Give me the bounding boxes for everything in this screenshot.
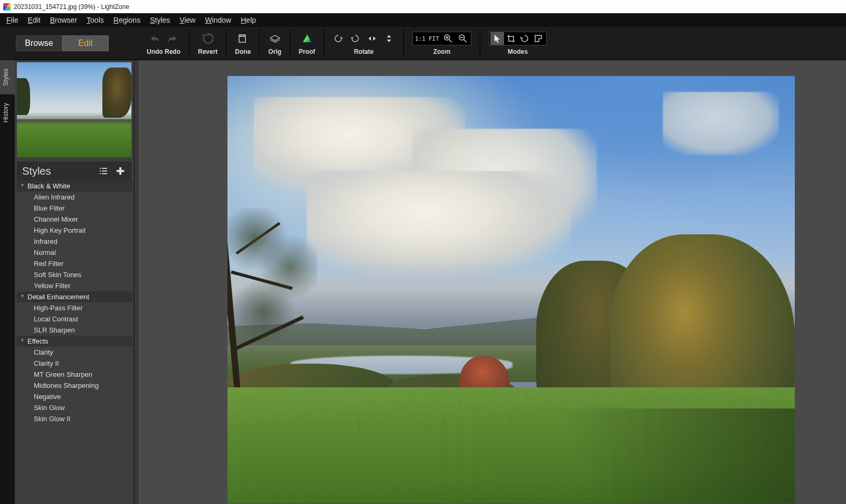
revert-label: Revert xyxy=(198,48,217,55)
revert-icon[interactable] xyxy=(202,33,214,44)
group-modes: Modes xyxy=(482,27,553,60)
style-item[interactable]: Soft Skin Tones xyxy=(17,269,132,280)
proof-icon[interactable] xyxy=(301,33,313,44)
undo-redo-label: Undo Redo xyxy=(147,48,180,55)
side-tabs: Styles History xyxy=(0,60,15,504)
menu-regions[interactable]: Regions xyxy=(109,14,145,26)
main-area: Styles History Styles Black & WhiteAlien… xyxy=(0,60,846,504)
flip-vertical-icon[interactable] xyxy=(383,33,395,44)
styles-header: Styles xyxy=(17,161,131,180)
menu-view[interactable]: View xyxy=(175,14,199,26)
group-revert: Revert xyxy=(192,27,224,60)
modes-label: Modes xyxy=(508,48,528,55)
mode-rotate-icon[interactable] xyxy=(518,32,531,45)
style-item[interactable]: Infrared xyxy=(17,236,132,247)
undo-icon[interactable] xyxy=(149,33,161,44)
style-item[interactable]: Midtones Sharpening xyxy=(17,380,132,391)
menu-edit[interactable]: Edit xyxy=(24,14,45,26)
style-item[interactable]: Channel Mixer xyxy=(17,214,132,225)
style-item[interactable]: MT Green Sharpen xyxy=(17,369,132,380)
rotate-left-icon[interactable] xyxy=(332,33,344,44)
done-label: Done xyxy=(235,48,251,55)
style-item[interactable]: Clarity II xyxy=(17,358,132,369)
photo-preview xyxy=(227,76,795,503)
mode-region-icon[interactable] xyxy=(531,32,545,45)
rotate-label: Rotate xyxy=(354,48,374,55)
styles-list[interactable]: Black & WhiteAlien InfraredBlue FilterCh… xyxy=(17,180,132,504)
menu-window[interactable]: Window xyxy=(201,14,235,26)
styles-list-icon[interactable] xyxy=(98,165,109,177)
app-icon xyxy=(3,3,11,11)
zoom-out-icon[interactable] xyxy=(457,33,469,44)
flip-horizontal-icon[interactable] xyxy=(366,33,378,44)
group-orig: Orig xyxy=(262,27,288,60)
style-item[interactable]: Alien Infrared xyxy=(17,192,132,203)
tab-edit[interactable]: Edit xyxy=(62,35,109,51)
zoom-label: Zoom xyxy=(433,48,451,55)
style-item[interactable]: Skin Glow xyxy=(17,402,132,413)
menu-browser[interactable]: Browser xyxy=(46,14,81,26)
style-item[interactable]: High Key Portrait xyxy=(17,225,132,236)
rotate-right-icon[interactable] xyxy=(349,33,361,44)
style-category[interactable]: Effects xyxy=(17,336,132,347)
redo-icon[interactable] xyxy=(166,33,178,44)
proof-label: Proof xyxy=(299,48,315,55)
group-zoom: 1:1 FIT Zoom xyxy=(406,27,478,60)
mode-tabs: Browse Edit xyxy=(16,35,109,51)
style-item[interactable]: SLR Sharpen xyxy=(17,325,132,336)
menu-styles[interactable]: Styles xyxy=(146,14,174,26)
menu-help[interactable]: Help xyxy=(236,14,260,26)
style-category[interactable]: Detail Enhancement xyxy=(17,291,132,302)
sidetab-history[interactable]: History xyxy=(0,94,15,131)
styles-add-icon[interactable] xyxy=(115,165,126,177)
window-title: 20231031_154721.jpg (39%) - LightZone xyxy=(14,3,129,11)
modes-controls xyxy=(489,32,547,45)
style-item[interactable]: High-Pass Filter xyxy=(17,302,132,313)
style-item[interactable]: Blue Filter xyxy=(17,203,132,214)
menu-file[interactable]: File xyxy=(2,14,23,26)
group-done: Done xyxy=(229,27,257,60)
panel-divider[interactable] xyxy=(134,60,139,504)
zoom-in-icon[interactable] xyxy=(442,33,454,44)
zoom-fit-button[interactable]: FIT xyxy=(429,35,439,42)
sidetab-styles[interactable]: Styles xyxy=(0,60,15,94)
style-item[interactable]: Local Contrast xyxy=(17,313,132,325)
orig-label: Orig xyxy=(268,48,281,55)
side-panel: Styles Black & WhiteAlien InfraredBlue F… xyxy=(15,60,134,504)
group-rotate: Rotate xyxy=(326,27,401,60)
toolbar: Browse Edit Undo Redo Revert Done Orig P… xyxy=(0,27,846,60)
group-undo-redo: Undo Redo xyxy=(140,27,187,60)
menubar: File Edit Browser Tools Regions Styles V… xyxy=(0,13,846,27)
style-item[interactable]: Yellow Filter xyxy=(17,280,132,291)
titlebar: 20231031_154721.jpg (39%) - LightZone xyxy=(0,0,846,13)
zoom-11-button[interactable]: 1:1 xyxy=(415,35,425,42)
zoom-controls: 1:1 FIT xyxy=(412,32,471,45)
style-category[interactable]: Black & White xyxy=(17,180,132,192)
tab-browse[interactable]: Browse xyxy=(16,35,62,51)
done-icon[interactable] xyxy=(237,33,249,44)
styles-title: Styles xyxy=(22,165,51,177)
group-proof: Proof xyxy=(292,27,321,60)
canvas-area[interactable] xyxy=(139,60,846,504)
mode-pointer-icon[interactable] xyxy=(490,32,504,45)
style-item[interactable]: Negative xyxy=(17,391,132,402)
style-item[interactable]: Normal xyxy=(17,247,132,258)
orig-icon[interactable] xyxy=(269,33,281,44)
mode-crop-icon[interactable] xyxy=(504,32,518,45)
style-item[interactable]: Clarity xyxy=(17,347,132,358)
thumbnail-preview[interactable] xyxy=(17,62,131,157)
style-item[interactable]: Skin Glow II xyxy=(17,413,132,424)
menu-tools[interactable]: Tools xyxy=(82,14,108,26)
style-item[interactable]: Red Filter xyxy=(17,258,132,269)
